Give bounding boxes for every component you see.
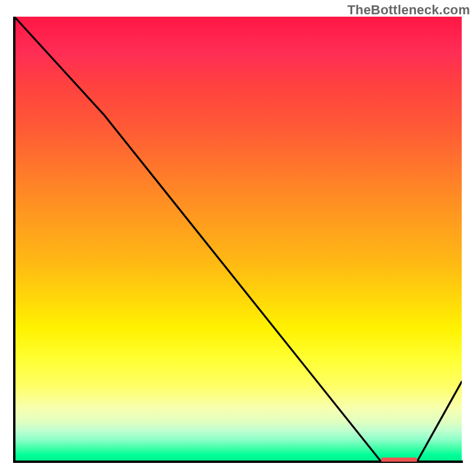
y-axis <box>13 17 15 463</box>
x-axis <box>13 461 463 463</box>
watermark-text: TheBottleneck.com <box>347 2 470 18</box>
chart-container: TheBottleneck.com <box>0 0 476 476</box>
plot-area <box>14 17 462 462</box>
